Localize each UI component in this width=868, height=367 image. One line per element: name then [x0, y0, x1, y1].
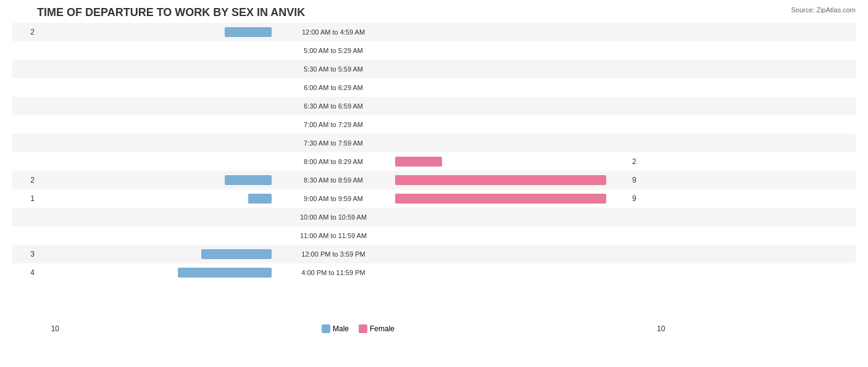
female-bar-area — [395, 120, 630, 130]
male-bar-area — [37, 249, 272, 259]
chart-title: TIME OF DEPARTURE TO WORK BY SEX IN ANVI… — [12, 6, 856, 19]
female-bar-area — [395, 101, 630, 111]
female-bar — [395, 157, 442, 167]
male-value: 1 — [12, 194, 37, 203]
legend-female-box — [359, 324, 367, 333]
x-axis: 10 Male Female 10 — [12, 324, 856, 333]
male-bar-area — [37, 157, 272, 167]
legend-female-label: Female — [370, 324, 394, 333]
female-bar-area — [395, 249, 630, 259]
chart-area: 2 12:00 AM to 4:59 AM 5:00 AM to 5:29 AM… — [12, 23, 856, 322]
female-bar-area — [395, 194, 630, 204]
female-bar-area — [395, 138, 630, 148]
female-bar-area — [395, 27, 630, 37]
male-bar-area — [37, 64, 272, 74]
table-row: 10:00 AM to 10:59 AM — [12, 208, 856, 226]
time-label: 5:30 AM to 5:59 AM — [272, 65, 395, 73]
female-value: 9 — [630, 194, 654, 203]
male-bar-area — [37, 231, 272, 241]
time-label: 12:00 PM to 3:59 PM — [272, 250, 395, 258]
male-value: 2 — [12, 176, 37, 184]
male-bar-area — [37, 175, 272, 185]
male-bar-area — [37, 27, 272, 37]
legend-male-box — [322, 324, 330, 333]
table-row: 1 9:00 AM to 9:59 AM 9 — [12, 189, 856, 208]
time-label: 6:30 AM to 6:59 AM — [272, 102, 395, 110]
male-bar-area — [37, 212, 272, 222]
time-label: 7:30 AM to 7:59 AM — [272, 139, 395, 147]
time-label: 10:00 AM to 10:59 AM — [272, 213, 395, 221]
male-bar-area — [37, 194, 272, 204]
male-bar — [201, 249, 272, 259]
time-label: 6:00 AM to 6:29 AM — [272, 84, 395, 91]
chart-container: TIME OF DEPARTURE TO WORK BY SEX IN ANVI… — [0, 0, 868, 367]
table-row: 11:00 AM to 11:59 AM — [12, 226, 856, 245]
legend-male-label: Male — [333, 324, 349, 333]
male-bar-area — [37, 120, 272, 130]
male-bar-area — [37, 83, 272, 93]
male-bar — [178, 268, 272, 278]
male-value: 4 — [12, 268, 37, 277]
table-row: 6:00 AM to 6:29 AM — [12, 78, 856, 97]
time-label: 8:30 AM to 8:59 AM — [272, 176, 395, 184]
male-value: 3 — [12, 250, 37, 258]
female-bar-area — [395, 175, 630, 185]
source-text: Source: ZipAtlas.com — [791, 6, 856, 14]
table-row: 2 12:00 AM to 4:59 AM — [12, 23, 856, 41]
female-bar-area — [395, 231, 630, 241]
x-axis-left-label: 10 — [37, 324, 62, 333]
female-value: 2 — [630, 157, 654, 166]
time-label: 4:00 PM to 11:59 PM — [272, 269, 395, 276]
legend: Male Female — [296, 324, 420, 333]
table-row: 5:00 AM to 5:29 AM — [12, 41, 856, 60]
female-bar-area — [395, 83, 630, 93]
male-bar-area — [37, 46, 272, 56]
table-row: 3 12:00 PM to 3:59 PM — [12, 245, 856, 263]
female-bar-area — [395, 46, 630, 56]
time-label: 9:00 AM to 9:59 AM — [272, 195, 395, 202]
female-bar-area — [395, 268, 630, 278]
male-bar-area — [37, 138, 272, 148]
x-axis-right-label: 10 — [654, 324, 679, 333]
male-bar — [225, 175, 272, 185]
time-label: 12:00 AM to 4:59 AM — [272, 28, 395, 36]
male-value: 2 — [12, 28, 37, 36]
female-bar-area — [395, 64, 630, 74]
legend-female: Female — [359, 324, 394, 333]
time-label: 7:00 AM to 7:29 AM — [272, 121, 395, 128]
time-label: 11:00 AM to 11:59 AM — [272, 232, 395, 239]
table-row: 8:00 AM to 8:29 AM 2 — [12, 152, 856, 171]
male-bar-area — [37, 268, 272, 278]
male-bar — [248, 194, 272, 204]
legend-male: Male — [322, 324, 349, 333]
female-bar-area — [395, 212, 630, 222]
female-value: 9 — [630, 176, 654, 184]
time-label: 8:00 AM to 8:29 AM — [272, 158, 395, 165]
table-row: 7:30 AM to 7:59 AM — [12, 134, 856, 152]
table-row: 2 8:30 AM to 8:59 AM 9 — [12, 171, 856, 189]
table-row: 6:30 AM to 6:59 AM — [12, 97, 856, 115]
female-bar — [395, 194, 606, 204]
female-bar-area — [395, 157, 630, 167]
table-row: 7:00 AM to 7:29 AM — [12, 115, 856, 134]
table-row: 5:30 AM to 5:59 AM — [12, 60, 856, 78]
table-row: 4 4:00 PM to 11:59 PM — [12, 263, 856, 282]
female-bar — [395, 175, 606, 185]
male-bar-area — [37, 101, 272, 111]
male-bar — [225, 27, 272, 37]
time-label: 5:00 AM to 5:29 AM — [272, 47, 395, 54]
